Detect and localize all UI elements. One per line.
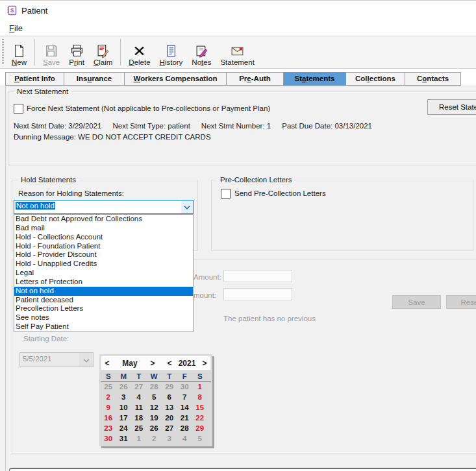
calendar-day[interactable]: 27 bbox=[162, 423, 177, 433]
calendar-day[interactable]: 12 bbox=[147, 402, 162, 413]
calendar-day[interactable]: 10 bbox=[116, 402, 132, 413]
calendar-day[interactable]: 1 bbox=[192, 381, 208, 392]
combobox-dropdown-button[interactable] bbox=[181, 200, 193, 213]
page-left-border bbox=[5, 86, 6, 471]
hold-reason-option[interactable]: Letters of Protection bbox=[14, 278, 193, 287]
toolbar-button-history[interactable]: History bbox=[155, 38, 188, 67]
calendar-day[interactable]: 13 bbox=[162, 402, 177, 413]
toolbar-button-claim[interactable]: Claim bbox=[89, 38, 117, 67]
hold-reason-option[interactable]: Hold - Unapplied Credits bbox=[14, 260, 193, 269]
calendar-day[interactable]: 3 bbox=[116, 392, 132, 402]
next-month-arrow[interactable]: > bbox=[147, 359, 158, 368]
calendar-day[interactable]: 1 bbox=[131, 433, 147, 444]
menu-file[interactable]: File bbox=[6, 23, 25, 34]
toolbar-button-delete[interactable]: Delete bbox=[124, 38, 155, 67]
calendar-day[interactable]: 5 bbox=[147, 392, 162, 402]
calendar-day[interactable]: 4 bbox=[177, 433, 193, 444]
calendar-day[interactable]: 21 bbox=[177, 413, 193, 423]
calendar-day[interactable]: 5 bbox=[192, 433, 208, 444]
tab-contacts[interactable]: Contacts bbox=[405, 72, 461, 86]
calendar-day[interactable]: 16 bbox=[101, 413, 116, 423]
calendar-day[interactable]: 30 bbox=[177, 381, 193, 392]
calendar-day[interactable]: 28 bbox=[147, 381, 162, 392]
calendar-day[interactable]: 25 bbox=[101, 381, 116, 392]
calendar-day[interactable]: 17 bbox=[116, 413, 132, 423]
tab-collections[interactable]: Collections bbox=[346, 72, 405, 86]
hold-reason-option[interactable]: See notes bbox=[14, 313, 193, 322]
force-next-statement-checkbox[interactable] bbox=[14, 104, 23, 114]
printer-icon bbox=[70, 44, 84, 58]
calendar-day[interactable]: 8 bbox=[192, 392, 208, 402]
calendar-day[interactable]: 29 bbox=[192, 423, 208, 433]
toolbar-button-save: Save bbox=[38, 38, 64, 67]
toolbar-button-print[interactable]: Print bbox=[64, 38, 89, 67]
send-pre-collection-checkbox[interactable] bbox=[221, 189, 231, 199]
tab-workers-compensation[interactable]: Workers Compensation bbox=[125, 72, 227, 86]
hold-reason-combobox[interactable]: Not on hold bbox=[14, 200, 194, 214]
calendar-day[interactable]: 28 bbox=[177, 423, 193, 433]
toolbar-grip-handle[interactable] bbox=[2, 39, 4, 65]
calendar-nav: < May > < 2021 > bbox=[101, 356, 211, 370]
calendar-day[interactable]: 20 bbox=[162, 413, 177, 423]
hold-reason-option[interactable]: Hold - Foundation Patient bbox=[14, 242, 193, 251]
calendar-day[interactable]: 24 bbox=[116, 423, 132, 433]
hold-reason-listbox: Bad Debt not Approved for CollectionsBad… bbox=[14, 214, 194, 332]
calendar-day[interactable]: 22 bbox=[192, 413, 208, 423]
calendar-day-header: F bbox=[177, 372, 193, 380]
calendar-day[interactable]: 4 bbox=[131, 392, 147, 402]
toolbar-button-label: Notes bbox=[192, 58, 211, 66]
calendar-day[interactable]: 3 bbox=[162, 433, 177, 444]
toolbar-button-label: History bbox=[160, 58, 183, 66]
new-document-icon bbox=[12, 44, 26, 58]
hold-reason-option[interactable]: Self Pay Patient bbox=[14, 322, 193, 332]
hold-reason-option[interactable]: Precollection Letters bbox=[14, 304, 193, 313]
prev-year-arrow[interactable]: < bbox=[164, 359, 175, 368]
tab-statements[interactable]: Statements bbox=[284, 72, 346, 86]
calendar-day[interactable]: 29 bbox=[162, 381, 177, 392]
tab-pre-auth[interactable]: Pre-Auth bbox=[227, 72, 284, 86]
prev-month-arrow[interactable]: < bbox=[101, 359, 113, 368]
tab-patient-info[interactable]: Patient Info bbox=[5, 72, 64, 86]
next-year-arrow[interactable]: > bbox=[199, 359, 210, 368]
calendar-day[interactable]: 11 bbox=[131, 402, 147, 413]
calendar-day[interactable]: 23 bbox=[101, 423, 116, 433]
calendar-day[interactable]: 15 bbox=[192, 402, 208, 413]
calendar-day[interactable]: 26 bbox=[116, 381, 132, 392]
calendar-day[interactable]: 25 bbox=[131, 423, 147, 433]
calendar-day[interactable]: 19 bbox=[147, 413, 162, 423]
calendar-day[interactable]: 18 bbox=[131, 413, 147, 423]
chevron-down-icon bbox=[184, 203, 190, 211]
calendar-day-header: S bbox=[101, 372, 116, 380]
calendar-month: May bbox=[113, 359, 147, 368]
reset-statement-button[interactable]: Reset Stateme bbox=[427, 99, 476, 115]
tab-insurance[interactable]: Insurance bbox=[64, 72, 125, 86]
calendar-day[interactable]: 2 bbox=[147, 433, 162, 444]
calendar-day[interactable]: 31 bbox=[116, 433, 132, 444]
calendar-day[interactable]: 30 bbox=[101, 433, 116, 444]
hold-reason-option[interactable]: Hold - Collections Account bbox=[14, 233, 193, 242]
calendar-year: 2021 bbox=[175, 359, 199, 368]
hold-reason-option[interactable]: Bad Debt not Approved for Collections bbox=[14, 215, 193, 224]
hold-reason-option[interactable]: Bad mail bbox=[14, 224, 193, 233]
hold-reason-option[interactable]: Patient deceased bbox=[14, 296, 193, 305]
hold-reason-option[interactable]: Legal bbox=[14, 269, 193, 278]
hold-reason-option[interactable]: Not on hold bbox=[14, 287, 193, 296]
hold-reason-option[interactable]: Hold - Provider Discount bbox=[14, 250, 193, 260]
toolbar-button-notes[interactable]: Notes bbox=[187, 38, 216, 67]
patient-window: $ Patient File NewSavePrintClaimDeleteHi… bbox=[0, 0, 476, 471]
calendar-day[interactable]: 9 bbox=[101, 402, 116, 413]
calendar-day[interactable]: 7 bbox=[177, 392, 193, 402]
calendar-day[interactable]: 14 bbox=[177, 402, 193, 413]
calendar-day[interactable]: 6 bbox=[162, 392, 177, 402]
toolbar-button-new[interactable]: New bbox=[7, 38, 31, 67]
calendar-day[interactable]: 2 bbox=[101, 392, 116, 402]
toolbar-button-statement[interactable]: Statement bbox=[216, 38, 258, 67]
svg-text:$: $ bbox=[10, 7, 14, 14]
payment-plan-reset-button: Rese bbox=[446, 295, 476, 309]
payment-plan-save-button: Save bbox=[392, 295, 441, 309]
calendar-day[interactable]: 27 bbox=[131, 381, 147, 392]
starting-date-dropdown-button bbox=[79, 353, 93, 367]
toolbar: NewSavePrintClaimDeleteHistoryNotesState… bbox=[0, 36, 476, 69]
calendar-day[interactable]: 26 bbox=[147, 423, 162, 433]
force-next-statement-label: Force Next Statement (Not applicable to … bbox=[27, 104, 270, 112]
